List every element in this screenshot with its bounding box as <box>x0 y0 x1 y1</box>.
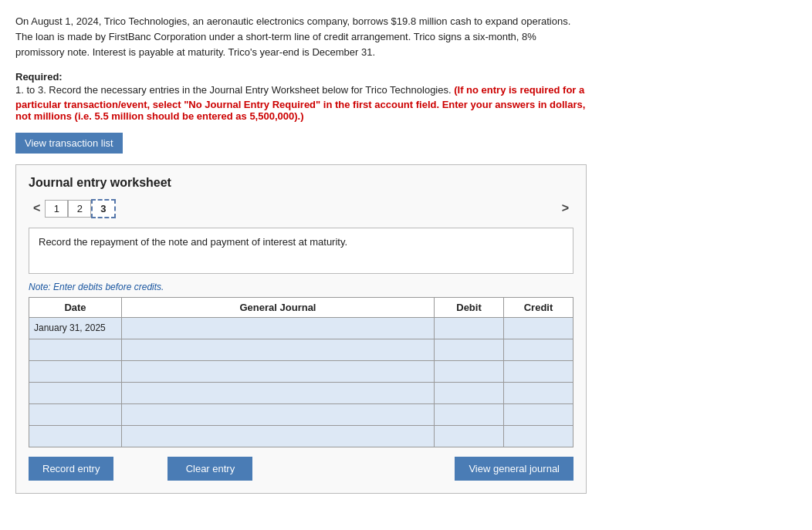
required-section: Required: 1. to 3. Record the necessary … <box>15 71 587 121</box>
general-journal-cell[interactable] <box>122 403 435 425</box>
debit-credit-note: Note: Enter debits before credits. <box>29 282 573 292</box>
date-cell[interactable]: January 31, 2025 <box>29 317 122 339</box>
view-general-journal-button[interactable]: View general journal <box>455 457 573 481</box>
tab-navigation: < 1 2 3 > <box>29 199 573 218</box>
debit-cell[interactable] <box>435 339 504 360</box>
view-transaction-button[interactable]: View transaction list <box>15 133 123 154</box>
tab-next-button[interactable]: > <box>557 200 573 217</box>
credit-cell[interactable] <box>504 339 573 360</box>
bottom-buttons: Record entry Clear entry View general jo… <box>29 457 573 481</box>
col-header-credit: Credit <box>504 297 573 317</box>
tab-1[interactable]: 1 <box>45 200 68 218</box>
debit-cell[interactable] <box>435 382 504 403</box>
journal-entry-worksheet: Journal entry worksheet < 1 2 3 > Record… <box>15 164 587 494</box>
general-journal-cell[interactable] <box>122 339 435 360</box>
table-row <box>29 360 573 382</box>
debit-cell[interactable] <box>435 403 504 425</box>
credit-cell[interactable] <box>504 382 573 403</box>
entry-description: Record the repayment of the note and pay… <box>29 228 573 274</box>
worksheet-title: Journal entry worksheet <box>29 176 573 190</box>
debit-cell[interactable] <box>435 425 504 447</box>
table-row <box>29 382 573 403</box>
table-row <box>29 339 573 360</box>
date-cell[interactable] <box>29 339 122 360</box>
general-journal-cell[interactable] <box>122 360 435 382</box>
credit-cell[interactable] <box>504 317 573 339</box>
intro-paragraph: On August 1, 2024, Trico Technologies, a… <box>15 14 587 60</box>
debit-cell[interactable] <box>435 360 504 382</box>
tab-3[interactable]: 3 <box>91 199 115 218</box>
date-cell[interactable] <box>29 360 122 382</box>
table-row: January 31, 2025 <box>29 317 573 339</box>
debit-cell[interactable] <box>435 317 504 339</box>
table-row <box>29 403 573 425</box>
col-header-debit: Debit <box>435 297 504 317</box>
date-cell[interactable] <box>29 403 122 425</box>
general-journal-cell[interactable] <box>122 317 435 339</box>
date-cell[interactable] <box>29 425 122 447</box>
general-journal-cell[interactable] <box>122 382 435 403</box>
credit-cell[interactable] <box>504 425 573 447</box>
required-body-line1: 1. to 3. Record the necessary entries in… <box>15 84 454 96</box>
required-label: Required: <box>15 71 63 83</box>
general-journal-cell[interactable] <box>122 425 435 447</box>
credit-cell[interactable] <box>504 360 573 382</box>
credit-cell[interactable] <box>504 403 573 425</box>
col-header-date: Date <box>29 297 122 317</box>
tab-2[interactable]: 2 <box>68 200 91 218</box>
col-header-general-journal: General Journal <box>122 297 435 317</box>
date-cell[interactable] <box>29 382 122 403</box>
table-row <box>29 425 573 447</box>
clear-entry-button[interactable]: Clear entry <box>167 457 252 481</box>
tab-prev-button[interactable]: < <box>29 200 45 217</box>
record-entry-button[interactable]: Record entry <box>29 457 113 481</box>
journal-table: Date General Journal Debit Credit Januar… <box>29 297 573 447</box>
